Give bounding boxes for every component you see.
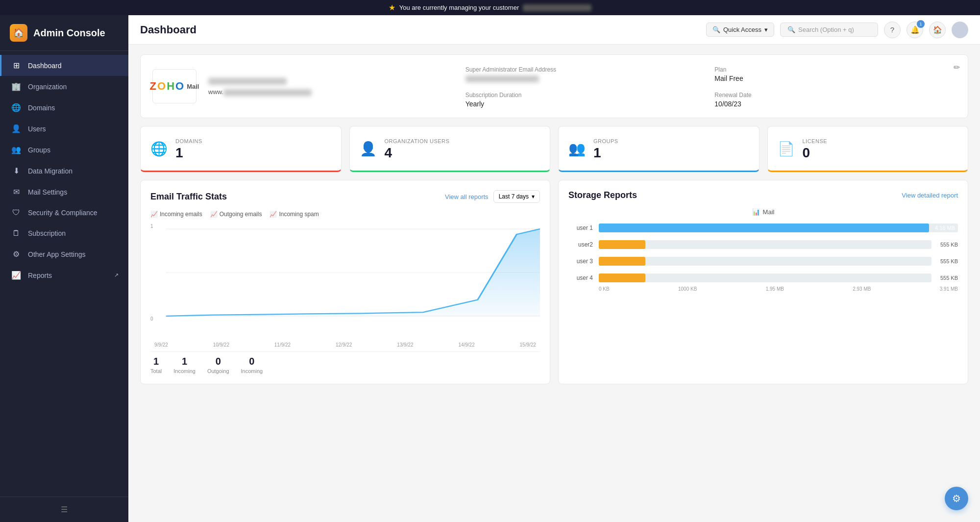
chart-stats-row: 1 Total 1 Incoming 0 Outgoing 0 — [150, 351, 540, 374]
chart-stat-incoming: 1 Incoming — [173, 356, 196, 374]
sidebar-item-dashboard[interactable]: ⊞ Dashboard — [0, 55, 128, 76]
page-content: ZOHO Mail www. Super Administrator Email… — [128, 45, 980, 522]
quick-access-label: Quick Access — [723, 26, 761, 33]
storage-bar-fill-4 — [599, 273, 645, 282]
incoming-value: 1 — [173, 356, 196, 367]
spam-label: Incoming — [241, 368, 263, 374]
plan-meta: Plan Mail Free — [714, 65, 956, 82]
groups-stat-label: GROUPS — [593, 138, 618, 144]
storage-x-label-4: 2.93 MB — [853, 286, 871, 292]
filter-icon: ⚙ — [952, 493, 961, 504]
stat-card-license[interactable]: 📄 LICENSE 0 — [767, 126, 969, 172]
fab-button[interactable]: ⚙ — [945, 487, 968, 510]
renewal-meta: Renewal Date 10/08/23 — [714, 90, 956, 108]
sidebar-collapse-button[interactable]: ☰ — [61, 505, 68, 514]
dropdown-label: Last 7 days — [499, 193, 529, 200]
subscription-value: Yearly — [466, 100, 707, 108]
x-axis-labels: 9/9/22 10/9/22 11/9/22 12/9/22 13/9/22 1… — [150, 342, 540, 348]
storage-bar-label-outside-3: 555 KB — [940, 258, 958, 264]
stat-card-users[interactable]: 👤 ORGANIZATION USERS 4 — [349, 126, 551, 172]
sidebar-item-other-settings[interactable]: ⚙ Other App Settings — [0, 244, 128, 265]
view-all-reports-link[interactable]: View all reports — [445, 193, 489, 200]
stat-card-groups[interactable]: 👥 GROUPS 1 — [558, 126, 760, 172]
chart-stat-spam: 0 Incoming — [241, 356, 263, 374]
sidebar-nav: ⊞ Dashboard 🏢 Organization 🌐 Domains 👤 U… — [0, 51, 128, 497]
notifications-button[interactable]: 🔔 1 — [906, 22, 923, 38]
home-button[interactable]: 🏠 — [929, 22, 946, 38]
quick-access-button[interactable]: 🔍 Quick Access ▾ — [706, 23, 774, 37]
sidebar-item-groups[interactable]: 👥 Groups — [0, 139, 128, 160]
banner-customer-name — [523, 4, 591, 11]
storage-user-row-1: user 1 4.18 MB — [568, 224, 958, 232]
storage-bar-fill-1: 4.18 MB — [599, 224, 929, 232]
search-icon: 🔍 — [712, 26, 720, 33]
sidebar-item-reports[interactable]: 📈 Reports ↗ — [0, 265, 128, 286]
sidebar-label-data-migration: Data Migration — [28, 167, 119, 175]
users-stat-info: ORGANIZATION USERS 4 — [385, 136, 450, 161]
search-bar[interactable]: 🔍 Search (Option + q) — [780, 23, 878, 37]
storage-user-row-4: user 4 555 KB — [568, 273, 958, 282]
view-detail-report-link[interactable]: View detailed report — [902, 192, 958, 199]
license-stat-label: LICENSE — [803, 138, 828, 144]
storage-bar-label-outside-4: 555 KB — [940, 275, 958, 281]
storage-user-row-3: user 3 555 KB — [568, 257, 958, 266]
storage-bar-label-1: 4.18 MB — [935, 225, 955, 231]
sidebar-item-domains[interactable]: 🌐 Domains — [0, 97, 128, 118]
security-icon: 🛡 — [11, 208, 21, 217]
x-label-1: 9/9/22 — [154, 342, 168, 348]
zoho-mail-logo: ZOHO Mail — [152, 69, 196, 103]
org-url: www. — [208, 88, 454, 96]
mail-settings-icon: ✉ — [11, 187, 21, 197]
x-label-2: 10/9/22 — [213, 342, 229, 348]
subscription-icon: 🗒 — [11, 229, 21, 238]
storage-x-label-1: 0 KB — [599, 286, 610, 292]
org-url-blurred — [223, 89, 312, 96]
sidebar-label-dashboard: Dashboard — [28, 62, 119, 70]
edit-org-button[interactable]: ✏ — [954, 63, 960, 72]
organization-icon: 🏢 — [11, 82, 21, 91]
page-title: Dashboard — [140, 24, 196, 36]
sidebar-item-security[interactable]: 🛡 Security & Compliance — [0, 202, 128, 223]
banner-text: You are currently managing your customer — [399, 4, 519, 11]
outgoing-legend-label: Outgoing emails — [220, 211, 262, 218]
sidebar-item-subscription[interactable]: 🗒 Subscription — [0, 223, 128, 244]
dropdown-chevron-icon: ▾ — [532, 193, 535, 200]
groups-stat-value: 1 — [593, 145, 618, 161]
traffic-chart-svg — [150, 224, 540, 322]
sidebar-item-mail-settings[interactable]: ✉ Mail Settings — [0, 181, 128, 202]
sidebar-item-organization[interactable]: 🏢 Organization — [0, 76, 128, 97]
storage-reports-panel: Storage Reports View detailed report 📊 M… — [558, 180, 968, 384]
org-info-card: ZOHO Mail www. Super Administrator Email… — [140, 54, 968, 118]
subscription-meta: Subscription Duration Yearly — [466, 90, 707, 108]
stat-card-domains[interactable]: 🌐 DOMAINS 1 — [140, 126, 342, 172]
dashboard-icon: ⊞ — [11, 61, 21, 70]
sidebar-logo: 🏠 — [10, 24, 27, 42]
sidebar-item-users[interactable]: 👤 Users — [0, 118, 128, 139]
app-body: 🏠 Admin Console ⊞ Dashboard 🏢 Organizati… — [0, 15, 980, 522]
sidebar-item-data-migration[interactable]: ⬇ Data Migration — [0, 160, 128, 181]
spam-value: 0 — [241, 356, 263, 367]
legend-incoming: 📈 Incoming emails — [150, 211, 202, 218]
users-stat-label: ORGANIZATION USERS — [385, 138, 450, 144]
users-stat-value: 4 — [385, 145, 450, 161]
time-range-dropdown[interactable]: Last 7 days ▾ — [493, 190, 540, 203]
outgoing-legend-icon: 📈 — [210, 211, 218, 218]
notification-count: 1 — [917, 20, 925, 28]
chevron-down-icon: ▾ — [764, 26, 768, 33]
search-placeholder-text: Search (Option + q) — [798, 26, 854, 33]
main-header: Dashboard 🔍 Quick Access ▾ 🔍 Search (Opt… — [128, 15, 980, 45]
help-button[interactable]: ? — [884, 22, 901, 38]
renewal-value: 10/08/23 — [714, 100, 956, 108]
user-avatar[interactable] — [952, 22, 968, 38]
email-traffic-panel: Email Traffic Stats View all reports Las… — [140, 180, 550, 384]
sidebar-label-domains: Domains — [28, 104, 119, 112]
data-migration-icon: ⬇ — [11, 166, 21, 175]
sidebar-label-subscription: Subscription — [28, 229, 119, 237]
chart-stat-outgoing: 0 Outgoing — [207, 356, 229, 374]
total-value: 1 — [150, 356, 162, 367]
sidebar-label-mail-settings: Mail Settings — [28, 188, 119, 196]
org-details: www. — [208, 76, 454, 96]
sidebar-label-organization: Organization — [28, 83, 119, 91]
main-content: Dashboard 🔍 Quick Access ▾ 🔍 Search (Opt… — [128, 15, 980, 522]
users-stat-icon: 👤 — [360, 141, 377, 157]
